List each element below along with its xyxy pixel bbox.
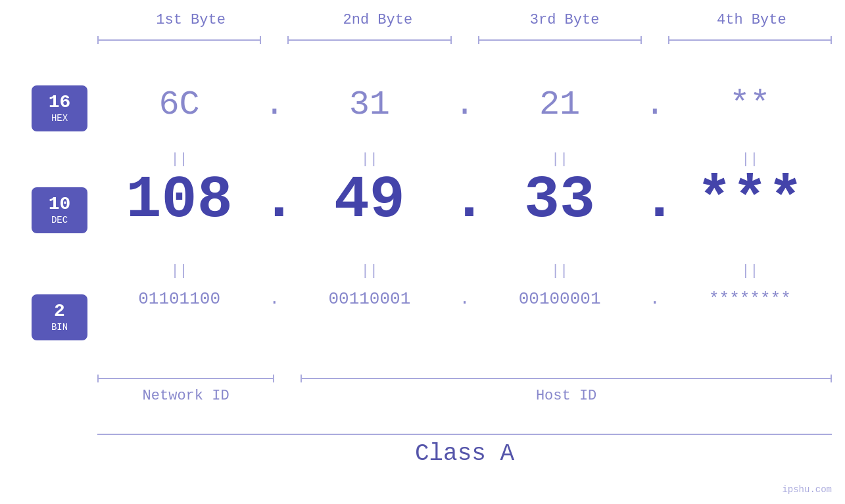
badge-bin-number: 2 (54, 302, 65, 321)
byte-header-2: 2nd Byte (284, 12, 471, 28)
bin-val-3: 00100001 (478, 289, 642, 309)
badge-hex-label: HEX (51, 113, 68, 124)
bin-val-2: 00110001 (287, 289, 451, 309)
equals-row-1: || || || || (97, 151, 832, 168)
badge-hex: 16 HEX (32, 85, 87, 131)
main-layout: 1st Byte 2nd Byte 3rd Byte 4th Byte (0, 0, 845, 504)
byte-header-1: 1st Byte (97, 12, 284, 28)
host-id-bracket: Host ID (301, 375, 832, 404)
bottom-brackets: Network ID Host ID (97, 375, 832, 404)
class-bottom-line (97, 434, 832, 435)
bracket-1-right (260, 36, 261, 44)
dec-val-2: 49 (287, 171, 451, 230)
dec-val-4: *** (668, 171, 832, 230)
bracket-2 (287, 36, 451, 44)
eq2-3: || (478, 263, 642, 279)
eq2-2: || (287, 263, 451, 279)
eq1-4: || (668, 151, 832, 168)
bin-sep-1: . (261, 289, 287, 309)
badge-dec-label: DEC (51, 215, 68, 225)
eq2-4: || (668, 263, 832, 279)
bin-val-4: ******** (668, 289, 832, 309)
host-id-label: Host ID (301, 388, 832, 404)
bin-sep-2: . (452, 289, 478, 309)
bin-sep-3: . (642, 289, 668, 309)
top-brackets (97, 36, 832, 44)
bracket-4-right (831, 36, 832, 44)
hex-val-3: 21 (478, 85, 642, 124)
hex-val-1: 6C (97, 85, 261, 124)
equals-row-2: || || || || (97, 263, 832, 279)
dec-val-3: 33 (478, 171, 642, 230)
badge-bin-label: BIN (51, 322, 68, 332)
dec-sep-2: . (452, 171, 478, 230)
dec-val-1: 108 (97, 171, 261, 230)
dec-sep-3: . (642, 171, 668, 230)
badge-bin: 2 BIN (32, 294, 87, 340)
badge-hex-number: 16 (49, 93, 71, 112)
eq1-3: || (478, 151, 642, 168)
hex-val-2: 31 (287, 85, 451, 124)
hex-val-4: ** (668, 85, 832, 124)
dec-row: 108 . 49 . 33 . *** (97, 171, 832, 230)
hex-row: 6C . 31 . 21 . ** (97, 85, 832, 124)
bracket-3-line (479, 39, 640, 41)
bracket-1-line (99, 39, 260, 41)
bracket-3-right (640, 36, 642, 44)
badge-dec: 10 DEC (32, 187, 87, 233)
byte-header-3: 3rd Byte (471, 12, 658, 28)
hex-sep-2: . (452, 85, 478, 124)
class-label: Class A (97, 440, 832, 467)
bracket-3 (478, 36, 642, 44)
bracket-4-line (669, 39, 831, 41)
bracket-4 (668, 36, 832, 44)
bracket-1 (97, 36, 261, 44)
byte-header-4: 4th Byte (658, 12, 845, 28)
watermark: ipshu.com (782, 484, 832, 495)
bin-val-1: 01101100 (97, 289, 261, 309)
bracket-2-line (289, 39, 450, 41)
eq1-1: || (97, 151, 261, 168)
network-id-bracket: Network ID (97, 375, 274, 404)
hex-sep-1: . (261, 85, 287, 124)
eq2-1: || (97, 263, 261, 279)
badge-dec-number: 10 (49, 195, 71, 214)
hex-sep-3: . (642, 85, 668, 124)
bin-row: 01101100 . 00110001 . 00100001 . *******… (97, 289, 832, 309)
bracket-2-right (450, 36, 452, 44)
eq1-2: || (287, 151, 451, 168)
dec-sep-1: . (261, 171, 287, 230)
network-id-label: Network ID (97, 388, 274, 404)
byte-headers: 1st Byte 2nd Byte 3rd Byte 4th Byte (0, 12, 845, 28)
